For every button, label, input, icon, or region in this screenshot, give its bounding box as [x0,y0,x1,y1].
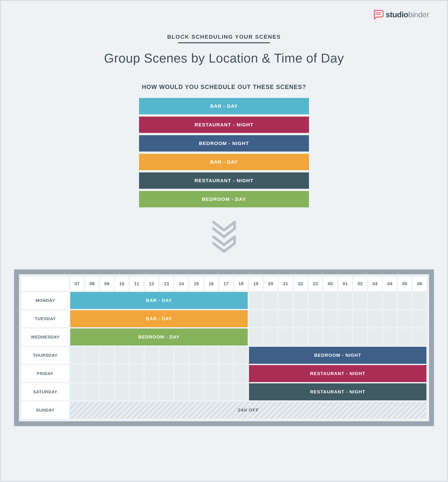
hour-cell [368,292,382,309]
schedule-corner-cell [22,277,69,291]
hour-cell [234,365,248,382]
hour-cell [189,347,203,364]
hour-cell [85,365,99,382]
hour-cell [383,292,397,309]
hour-header-cell: 02 [353,277,367,291]
hour-cell [85,347,99,364]
schedule-day-off: 24H OFF [70,402,426,419]
scene-strip-list: BAR - DAYRESTAURANT - NIGHTBEDROOM - NIG… [139,98,309,207]
subheading-question: HOW WOULD YOU SCHEDULE OUT THESE SCENES? [14,84,434,90]
hour-cell [398,328,412,345]
hour-cell [160,383,173,400]
hour-header-cell: 14 [175,277,188,291]
hour-cell [175,383,188,400]
down-chevrons-icon [14,219,434,255]
hour-header-cell: 16 [204,277,218,291]
hour-cell [249,310,263,327]
day-label: FRIDAY [22,365,69,382]
schedule-day-row: SUNDAY24H OFF [22,402,426,419]
hour-cell [100,347,113,364]
eyebrow: BLOCK SCHEDULING YOUR SCENES [14,34,434,40]
hour-cell [279,292,292,309]
hour-header-cell: 01 [338,277,352,291]
scene-strip: BEDROOM - NIGHT [139,135,309,152]
page-title: Group Scenes by Location & Time of Day [14,51,434,66]
hour-header-cell: 06 [413,277,426,291]
hour-cell [219,383,233,400]
hour-cell [294,328,307,345]
hour-header-cell: 21 [279,277,292,291]
hour-cell [160,365,173,382]
hour-header-cell: 08 [85,277,99,291]
schedule-day-row: TUESDAYBAR - DAY [22,310,426,327]
hour-cell [264,310,277,327]
hour-header-cell: 04 [383,277,397,291]
schedule-day-row: SATURDAYRESTAURANT - NIGHT [22,383,426,400]
eyebrow-underline [178,42,270,43]
hour-cell [204,347,218,364]
hour-header-cell: 17 [219,277,233,291]
schedule-day-row: FRIDAYRESTAURANT - NIGHT [22,365,426,382]
hour-cell [115,365,128,382]
hour-cell [204,365,218,382]
schedule-header-row: 0708091011121314151617181920212223000102… [22,277,426,291]
hour-cell [323,292,337,309]
hour-cell [115,383,128,400]
schedule-day-row: MONDAYBAR - DAY [22,292,426,309]
brand-name-light: binder [408,10,429,19]
schedule-event: RESTAURANT - NIGHT [249,365,426,382]
hour-cell [338,328,352,345]
hour-header-cell: 13 [160,277,173,291]
schedule-calendar: 0708091011121314151617181920212223000102… [22,277,426,419]
hour-header-cell: 07 [70,277,84,291]
hour-cell [309,292,322,309]
hour-cell [368,310,382,327]
hour-cell [294,310,307,327]
hour-cell [100,383,113,400]
hour-cell [323,310,337,327]
scene-strip: BAR - DAY [139,154,309,170]
hour-header-cell: 19 [249,277,263,291]
scene-strip: RESTAURANT - NIGHT [139,172,309,189]
hour-header-cell: 03 [368,277,382,291]
hour-cell [264,292,277,309]
hour-cell [353,328,367,345]
hour-header-cell: 23 [309,277,322,291]
hour-cell [70,365,84,382]
hour-header-cell: 05 [398,277,412,291]
hour-cell [85,383,99,400]
day-label: WEDNESDAY [22,328,69,345]
schedule-event: RESTAURANT - NIGHT [249,383,426,400]
hour-cell [309,310,322,327]
hour-header-cell: 10 [115,277,128,291]
hour-header-cell: 12 [145,277,158,291]
hour-cell [353,310,367,327]
hour-cell [249,328,263,345]
hour-cell [175,347,188,364]
hour-cell [413,310,426,327]
hour-cell [279,310,292,327]
hour-cell [204,383,218,400]
hour-header-cell: 22 [294,277,307,291]
schedule-event: BAR - DAY [70,310,248,327]
scene-strip: BEDROOM - DAY [139,191,309,207]
scene-strip: BAR - DAY [139,98,309,114]
brand-name: studiobinder [386,10,429,19]
hour-header-cell: 09 [100,277,113,291]
page: studiobinder BLOCK SCHEDULING YOUR SCENE… [0,0,448,482]
brand-chat-icon [373,9,384,20]
day-label: SUNDAY [22,402,69,419]
hour-cell [338,310,352,327]
hour-cell [338,292,352,309]
hour-header-cell: 20 [264,277,277,291]
day-label: THURSDAY [22,347,69,364]
hour-cell [130,347,144,364]
hour-cell [383,310,397,327]
hour-header-cell: 15 [189,277,203,291]
day-label: SATURDAY [22,383,69,400]
hour-cell [145,347,158,364]
hour-cell [249,292,263,309]
hour-cell [70,347,84,364]
hour-header-cell: 11 [130,277,144,291]
hour-cell [175,365,188,382]
